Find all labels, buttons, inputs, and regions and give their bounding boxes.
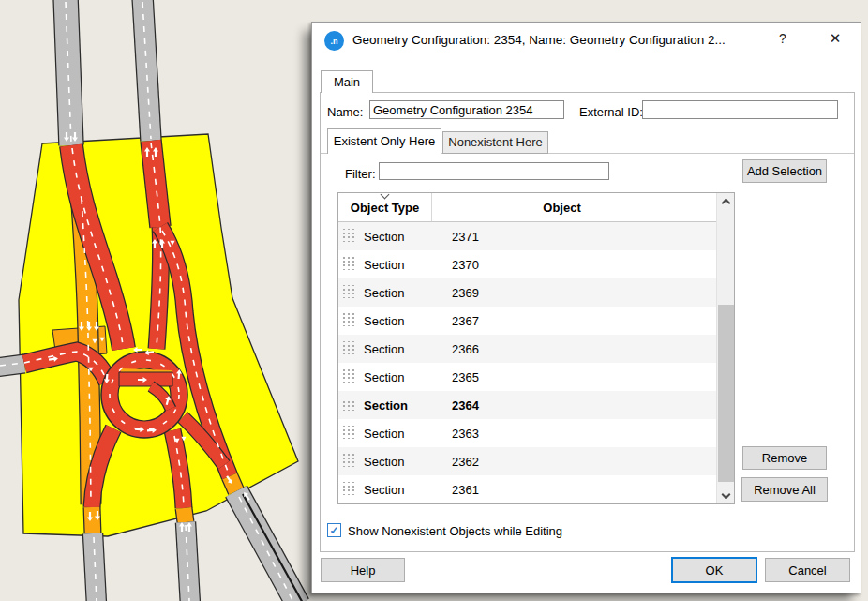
remove-all-button[interactable]: Remove All — [741, 477, 828, 502]
external-id-input[interactable] — [642, 100, 838, 119]
show-nonexistent-label: Show Nonexistent Objects while Editing — [348, 524, 562, 538]
cell-object-type: Section — [364, 230, 429, 244]
column-header-object[interactable]: Object — [432, 193, 734, 221]
drag-handle-icon[interactable] — [343, 229, 360, 244]
table-row[interactable]: Section2362 — [338, 447, 716, 475]
drag-handle-icon[interactable] — [343, 285, 360, 300]
cell-object-id: 2370 — [452, 258, 479, 272]
cell-object-type: Section — [364, 314, 429, 328]
cell-object-id: 2364 — [452, 398, 479, 413]
column-header-object-type[interactable]: Object Type — [338, 193, 432, 221]
show-nonexistent-checkbox[interactable]: ✓ — [327, 523, 341, 537]
tab-nonexistent-here[interactable]: Nonexistent Here — [442, 131, 548, 154]
cell-object-type: Section — [364, 370, 429, 384]
cell-object-id: 2365 — [452, 370, 479, 384]
drag-handle-icon[interactable] — [343, 398, 360, 413]
scrollbar-thumb[interactable] — [718, 305, 734, 482]
cell-object-id: 2369 — [452, 286, 479, 300]
drag-handle-icon[interactable] — [343, 341, 360, 356]
cell-object-id: 2361 — [452, 483, 479, 497]
scrollbar-down-icon[interactable] — [717, 488, 735, 503]
help-button[interactable]: Help — [321, 558, 405, 582]
add-selection-button[interactable]: Add Selection — [742, 159, 827, 183]
table-row[interactable]: Section2371 — [338, 222, 716, 250]
drag-handle-icon[interactable] — [343, 482, 360, 497]
scrollbar-up-icon[interactable] — [717, 193, 735, 209]
table-row[interactable]: Section2367 — [338, 307, 716, 335]
ok-button[interactable]: OK — [671, 557, 757, 583]
cell-object-type: Section — [364, 286, 429, 300]
vertical-scrollbar[interactable] — [716, 193, 734, 503]
drag-handle-icon[interactable] — [343, 257, 360, 272]
cell-object-type: Section — [364, 427, 429, 441]
checkmark-icon: ✓ — [329, 525, 338, 536]
cell-object-id: 2367 — [452, 314, 479, 328]
roundabout[interactable] — [101, 352, 187, 438]
title-bar[interactable]: .n Geometry Configuration: 2354, Name: G… — [312, 23, 861, 59]
filter-label: Filter: — [345, 167, 376, 181]
geometry-configuration-dialog: .n Geometry Configuration: 2354, Name: G… — [311, 22, 861, 593]
sort-indicator-icon — [381, 192, 390, 199]
table-row[interactable]: Section2369 — [338, 278, 716, 307]
drag-handle-icon[interactable] — [343, 369, 360, 384]
cell-object-type: Section — [364, 258, 429, 272]
table-row[interactable]: Section2366 — [338, 335, 716, 363]
object-table: Object Type Object Section2371Section237… — [337, 192, 735, 504]
name-label: Name: — [327, 105, 363, 119]
filter-input[interactable] — [379, 162, 609, 180]
drag-handle-icon[interactable] — [343, 454, 360, 469]
table-header: Object Type Object — [338, 193, 734, 222]
external-id-label: External ID: — [579, 105, 643, 119]
cell-object-type: Section — [364, 455, 429, 469]
cell-object-type: Section — [364, 483, 429, 497]
table-row[interactable]: Section2364 — [338, 391, 716, 419]
drag-handle-icon[interactable] — [343, 426, 360, 441]
app-logo-icon: .n — [324, 31, 344, 51]
table-row[interactable]: Section2363 — [338, 419, 716, 447]
cell-object-type: Section — [364, 398, 429, 413]
cell-object-id: 2371 — [452, 230, 479, 244]
table-row[interactable]: Section2370 — [338, 250, 716, 278]
table-row[interactable]: Section2365 — [338, 363, 716, 391]
tab-main[interactable]: Main — [321, 70, 373, 93]
tab-existent-only-here[interactable]: Existent Only Here — [327, 128, 441, 154]
object-table-body: Section2371Section2370Section2369Section… — [338, 222, 734, 503]
table-row[interactable]: Section2361 — [338, 475, 716, 503]
name-input[interactable] — [369, 100, 564, 119]
titlebar-help-icon[interactable]: ? — [775, 31, 790, 46]
cell-object-id: 2363 — [452, 427, 479, 441]
remove-button[interactable]: Remove — [742, 446, 827, 470]
close-icon[interactable]: ✕ — [827, 30, 844, 47]
cancel-button[interactable]: Cancel — [765, 558, 850, 582]
cell-object-id: 2362 — [452, 455, 479, 469]
drag-handle-icon[interactable] — [343, 313, 360, 328]
cell-object-type: Section — [364, 342, 429, 356]
window-title: Geometry Configuration: 2354, Name: Geom… — [352, 33, 726, 47]
cell-object-id: 2366 — [452, 342, 479, 356]
main-tab-pane: Name: External ID: Existent Only Here No… — [320, 92, 855, 552]
